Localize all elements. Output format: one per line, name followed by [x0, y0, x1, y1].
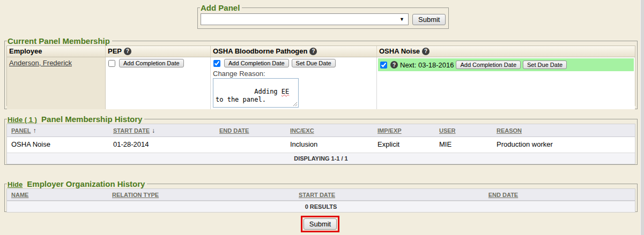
paging-status: DISPLAYING 1-1 / 1 [7, 153, 635, 164]
submit-button[interactable]: Submit [304, 218, 337, 230]
help-icon[interactable]: ? [124, 48, 131, 55]
help-icon[interactable]: ? [309, 48, 317, 55]
bloodborne-cell: Add Completion Date Set Due Date Change … [211, 57, 377, 109]
column-header-imp-exp: IMP/EXP [373, 127, 435, 134]
scrollbar-track[interactable] [640, 0, 644, 235]
current-panel-header-row: Employee PEP ? OSHA Bloodborne Pathogen … [7, 46, 635, 57]
employer-history-table: NAME RELATION TYPE START DATE END DATE 0… [6, 188, 635, 213]
change-reason-textarea[interactable]: Adding EE to the panel. [213, 78, 299, 108]
column-header-user: USER [435, 127, 492, 134]
misspelled-word: EE [282, 88, 289, 95]
employee-link[interactable]: Anderson, Frederick [9, 59, 72, 67]
change-reason-label: Change Reason: [213, 70, 374, 78]
column-header-end-date: END DATE [424, 192, 582, 198]
pep-cell: Add Completion Date [106, 57, 211, 109]
current-panel-data-row: Anderson, Frederick Add Completion Date … [7, 57, 635, 108]
cell-start-date: 01-28-2014 [109, 140, 215, 148]
noise-set-due-date-button[interactable]: Set Due Date [523, 60, 567, 69]
column-header-end-date: END DATE [215, 127, 286, 134]
cell-user: MIE [435, 140, 492, 148]
employer-history-legend: Hide Employer Organization History [7, 179, 147, 188]
column-header-start-date: START DATE [210, 192, 424, 198]
column-header-bloodborne: OSHA Bloodborne Pathogen ? [211, 46, 377, 57]
add-panel-select[interactable]: ▼ [201, 13, 409, 25]
current-panel-legend: Current Panel Membership [7, 36, 112, 46]
pep-add-completion-date-button[interactable]: Add Completion Date [119, 59, 184, 67]
employer-organization-history-fieldset: Hide Employer Organization History NAME … [4, 179, 638, 212]
help-icon[interactable]: ? [390, 61, 398, 69]
cell-inc-exc: Inclusion [286, 140, 373, 148]
add-panel-row: ▼ Submit [199, 12, 447, 25]
table-row: OSHA Noise 01-28-2014 Inclusion Explicit… [7, 137, 635, 153]
chevron-down-icon: ▼ [399, 17, 408, 22]
panel-membership-history-fieldset: Hide ( 1 ) Panel Membership History PANE… [4, 115, 638, 165]
panel-history-title: Panel Membership History [41, 115, 142, 124]
column-header-relation-type: RELATION TYPE [108, 192, 210, 198]
noise-next-due-label: Next: 03-18-2016 [400, 61, 454, 69]
add-panel-submit-button[interactable]: Submit [412, 14, 446, 25]
employee-cell: Anderson, Frederick [7, 57, 106, 109]
column-header-panel: PANEL ↑ [7, 127, 109, 134]
help-icon[interactable]: ? [422, 48, 430, 55]
panel-history-hide-link[interactable]: Hide ( 1 ) [8, 116, 37, 124]
employer-history-hide-link[interactable]: Hide [8, 180, 23, 188]
sort-ascending-icon[interactable]: ↑ [33, 127, 36, 134]
current-panel-membership-fieldset: Current Panel Membership Employee PEP ? … [4, 36, 638, 109]
cell-panel: OSHA Noise [7, 140, 109, 148]
add-panel-fieldset: Add Panel ▼ Submit [197, 3, 449, 29]
change-reason-text: Adding [254, 88, 282, 95]
current-panel-table: Employee PEP ? OSHA Bloodborne Pathogen … [6, 46, 635, 106]
sort-descending-icon[interactable]: ↓ [152, 127, 155, 134]
action-highlight-box: Submit [301, 216, 339, 232]
cell-reason: Production worker [492, 140, 635, 148]
cell-end-date [215, 140, 286, 148]
noise-highlight-bar: ? Next: 03-18-2016 Add Completion Date S… [378, 58, 634, 71]
bottom-submit-area: Submit [0, 216, 640, 232]
employer-history-header-row: NAME RELATION TYPE START DATE END DATE [7, 189, 635, 201]
results-status: 0 RESULTS [7, 201, 635, 212]
column-header-name: NAME [7, 192, 108, 198]
resize-handle-icon[interactable] [292, 101, 298, 107]
panel-history-legend: Hide ( 1 ) Panel Membership History [7, 115, 144, 124]
noise-add-completion-date-button[interactable]: Add Completion Date [456, 60, 521, 69]
pep-checkbox[interactable] [108, 60, 115, 67]
noise-cell: ? Next: 03-18-2016 Add Completion Date S… [377, 57, 635, 109]
noise-checkbox[interactable] [380, 62, 387, 69]
column-header-noise: OSHA Noise ? [377, 46, 635, 57]
column-header-reason: REASON [492, 127, 635, 134]
cell-imp-exp: Explicit [373, 140, 435, 148]
panel-history-table: PANEL ↑ START DATE ↓ END DATE INC/EXC IM… [6, 124, 635, 164]
bloodborne-checkbox[interactable] [213, 60, 220, 67]
column-header-inc-exc: INC/EXC [286, 127, 373, 134]
column-header-start-date: START DATE ↓ [109, 127, 215, 134]
bloodborne-set-due-date-button[interactable]: Set Due Date [292, 59, 336, 67]
column-header-employee: Employee [7, 46, 106, 57]
bloodborne-add-completion-date-button[interactable]: Add Completion Date [224, 59, 289, 67]
add-panel-legend: Add Panel [200, 3, 242, 12]
panel-history-header-row: PANEL ↑ START DATE ↓ END DATE INC/EXC IM… [7, 124, 635, 137]
column-header-pep: PEP ? [106, 46, 211, 57]
employer-history-title: Employer Organization History [27, 179, 145, 188]
